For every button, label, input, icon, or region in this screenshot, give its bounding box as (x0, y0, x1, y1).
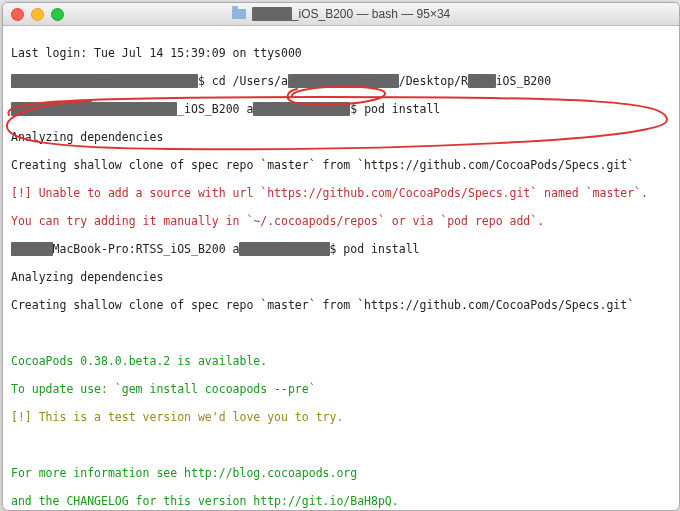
line: Creating shallow clone of spec repo `mas… (11, 158, 671, 172)
folder-icon (232, 9, 246, 19)
redacted: XXXXXXXXXXXXXXXXXXXXXXXX (11, 102, 177, 116)
text: _iOS_B200 a (177, 102, 253, 116)
title-redacted: XXXXX (252, 7, 292, 21)
line: Last login: Tue Jul 14 15:39:09 on ttys0… (11, 46, 671, 60)
line: XXXXXXXXXXXXXXXXXXXXXXXX_iOS_B200 aXXXXX… (11, 102, 671, 116)
text: $ pod install (350, 102, 440, 116)
info-line: and the CHANGELOG for this version http:… (11, 494, 671, 508)
redacted: XXXXXXXXXXXXX (239, 242, 329, 256)
redacted: XXXX (468, 74, 496, 88)
annotation-circle-command (282, 54, 392, 138)
redacted: XXXXXXXXXXXXXXXX (288, 74, 399, 88)
line: Creating shallow clone of spec repo `mas… (11, 298, 671, 312)
blank-line (11, 438, 671, 452)
text: /Desktop/R (399, 74, 468, 88)
text: MacBook-Pro:RTSS_iOS_B200 a (53, 242, 240, 256)
line: AXXXXXXXXXXXXXXXXXXXXXXXXXX$ cd /Users/a… (11, 74, 671, 88)
error-line: You can try adding it manually in `~/.co… (11, 214, 671, 228)
info-line: For more information see http://blog.coc… (11, 466, 671, 480)
redacted: XXXXXXXXXXXXXX (253, 102, 350, 116)
window-title: XXXXX_iOS_B200 — bash — 95×34 (3, 7, 679, 21)
text: $ pod install (330, 242, 420, 256)
text: $ cd /Users/a (198, 74, 288, 88)
line: XXXXXXMacBook-Pro:RTSS_iOS_B200 aXXXXXXX… (11, 242, 671, 256)
info-line: CocoaPods 0.38.0.beta.2 is available. (11, 354, 671, 368)
terminal-body[interactable]: Last login: Tue Jul 14 15:39:09 on ttys0… (3, 26, 679, 510)
line: Analyzing dependencies (11, 130, 671, 144)
notice-line: [!] This is a test version we'd love you… (11, 410, 671, 424)
line: Analyzing dependencies (11, 270, 671, 284)
text: iOS_B200 (496, 74, 551, 88)
titlebar: XXXXX_iOS_B200 — bash — 95×34 (3, 3, 679, 26)
terminal-window: XXXXX_iOS_B200 — bash — 95×34 Last login… (2, 2, 680, 511)
blank-line (11, 326, 671, 340)
redacted: XXXXXX (11, 242, 53, 256)
error-line: [!] Unable to add a source with url `htt… (11, 186, 671, 200)
title-text: _iOS_B200 — bash — 95×34 (292, 7, 450, 21)
redacted: AXXXXXXXXXXXXXXXXXXXXXXXXXX (11, 74, 198, 88)
info-line: To update use: `gem install cocoapods --… (11, 382, 671, 396)
